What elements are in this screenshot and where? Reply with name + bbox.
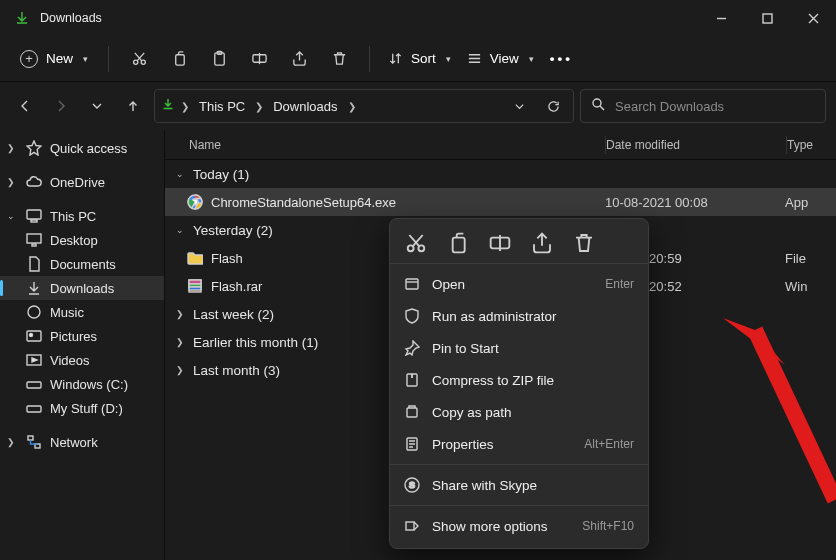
group-label: Yesterday (2) — [193, 223, 273, 238]
sidebar-item-pictures[interactable]: Pictures — [0, 324, 164, 348]
context-item-props[interactable]: PropertiesAlt+Enter — [390, 428, 648, 460]
svg-rect-11 — [32, 244, 36, 246]
downloads-app-icon — [14, 10, 30, 26]
file-row[interactable]: ChromeStandaloneSetup64.exe10-08-2021 00… — [165, 188, 836, 216]
svg-rect-9 — [31, 220, 37, 222]
context-item-copypath[interactable]: Copy as path — [390, 396, 648, 428]
minimize-button[interactable] — [698, 0, 744, 36]
sidebar-label: Desktop — [50, 233, 98, 248]
forward-button[interactable] — [46, 91, 76, 121]
sidebar-item-documents[interactable]: Documents — [0, 252, 164, 276]
more-button[interactable]: ••• — [542, 47, 581, 70]
chevron-right-icon: ❯ — [255, 101, 263, 112]
search-input[interactable] — [615, 99, 815, 114]
sidebar-item-quick-access[interactable]: ❯ Quick access — [0, 136, 164, 160]
sidebar-item-music[interactable]: Music — [0, 300, 164, 324]
address-bar[interactable]: ❯ This PC ❯ Downloads ❯ — [154, 89, 574, 123]
separator — [108, 46, 109, 72]
view-button[interactable]: View ▾ — [459, 47, 542, 70]
titlebar: Downloads — [0, 0, 836, 36]
paste-button[interactable] — [199, 39, 239, 79]
column-header-type[interactable]: Type — [787, 138, 836, 152]
group-label: Last week (2) — [193, 307, 274, 322]
context-item-pin[interactable]: Pin to Start — [390, 332, 648, 364]
delete-button[interactable] — [572, 231, 596, 255]
address-dropdown-button[interactable] — [505, 92, 533, 120]
sidebar-item-drive-c[interactable]: Windows (C:) — [0, 372, 164, 396]
sidebar-item-this-pc[interactable]: ⌄ This PC — [0, 204, 164, 228]
context-menu: OpenEnterRun as administratorPin to Star… — [389, 218, 649, 549]
view-label: View — [490, 51, 519, 66]
cut-button[interactable] — [404, 231, 428, 255]
sidebar-item-network[interactable]: ❯ Network — [0, 430, 164, 454]
sidebar-item-onedrive[interactable]: ❯ OneDrive — [0, 170, 164, 194]
delete-button[interactable] — [319, 39, 359, 79]
sidebar-item-downloads[interactable]: Downloads — [0, 276, 164, 300]
context-item-open[interactable]: OpenEnter — [390, 268, 648, 300]
column-header-modified[interactable]: Date modified — [606, 138, 786, 152]
svg-rect-3 — [175, 55, 184, 65]
sort-label: Sort — [411, 51, 436, 66]
close-button[interactable] — [790, 0, 836, 36]
context-item-zip[interactable]: Compress to ZIP file — [390, 364, 648, 396]
context-item-label: Run as administrator — [432, 309, 557, 324]
column-header-name[interactable]: Name — [165, 138, 605, 152]
svg-rect-16 — [27, 382, 41, 388]
sidebar-label: My Stuff (D:) — [50, 401, 123, 416]
chevron-down-icon: ▾ — [529, 54, 534, 64]
sidebar-item-videos[interactable]: Videos — [0, 348, 164, 372]
svg-rect-17 — [27, 406, 41, 412]
rename-button[interactable] — [239, 39, 279, 79]
recent-button[interactable] — [82, 91, 112, 121]
monitor-icon — [26, 208, 42, 224]
sidebar-label: Pictures — [50, 329, 97, 344]
context-item-label: Properties — [432, 437, 494, 452]
refresh-button[interactable] — [539, 92, 567, 120]
copy-button[interactable] — [159, 39, 199, 79]
sidebar-item-desktop[interactable]: Desktop — [0, 228, 164, 252]
navigation-row: ❯ This PC ❯ Downloads ❯ — [0, 82, 836, 130]
downloads-icon — [161, 97, 175, 115]
back-button[interactable] — [10, 91, 40, 121]
props-icon — [404, 436, 420, 452]
context-item-shield[interactable]: Run as administrator — [390, 300, 648, 332]
svg-rect-30 — [406, 279, 418, 289]
new-label: New — [46, 51, 73, 66]
up-button[interactable] — [118, 91, 148, 121]
new-button[interactable]: New ▾ — [10, 46, 98, 72]
chevron-right-icon: ❯ — [181, 101, 189, 112]
sidebar-item-drive-d[interactable]: My Stuff (D:) — [0, 396, 164, 420]
sidebar-label: Music — [50, 305, 84, 320]
column-headers: Name Date modified Type — [165, 130, 836, 160]
context-item-more[interactable]: Show more options Shift+F10 — [390, 510, 648, 542]
chevron-right-icon: ❯ — [4, 143, 18, 153]
downloads-icon — [26, 280, 42, 296]
separator — [390, 505, 648, 506]
body: ❯ Quick access ❯ OneDrive ⌄ This PC — [0, 130, 836, 560]
breadcrumb[interactable]: Downloads — [269, 97, 341, 116]
group-label: Today (1) — [193, 167, 249, 182]
svg-rect-0 — [763, 14, 772, 23]
separator — [369, 46, 370, 72]
file-type: App — [785, 195, 836, 210]
breadcrumb[interactable]: This PC — [195, 97, 249, 116]
cut-button[interactable] — [119, 39, 159, 79]
share-button[interactable] — [530, 231, 554, 255]
svg-point-14 — [30, 334, 33, 337]
sidebar-label: Quick access — [50, 141, 127, 156]
group-label: Earlier this month (1) — [193, 335, 318, 350]
toolbar: New ▾ Sort ▾ View ▾ ••• — [0, 36, 836, 82]
sort-button[interactable]: Sort ▾ — [380, 47, 459, 70]
rename-button[interactable] — [488, 231, 512, 255]
sidebar-label: Videos — [50, 353, 90, 368]
search-box[interactable] — [580, 89, 826, 123]
group-header[interactable]: ⌄Today (1) — [165, 160, 836, 188]
context-item-skype[interactable]: S Share with Skype — [390, 469, 648, 501]
videos-icon — [26, 352, 42, 368]
share-button[interactable] — [279, 39, 319, 79]
copy-button[interactable] — [446, 231, 470, 255]
context-item-label: Pin to Start — [432, 341, 499, 356]
file-type: Win — [785, 279, 836, 294]
svg-point-7 — [593, 99, 601, 107]
maximize-button[interactable] — [744, 0, 790, 36]
